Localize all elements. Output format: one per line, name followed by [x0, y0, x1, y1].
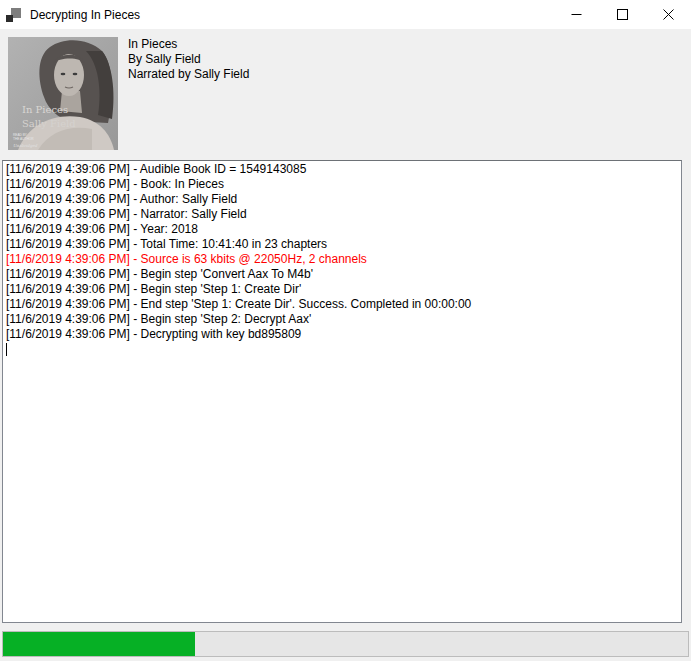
progress-bar — [2, 631, 689, 657]
book-info: In Pieces By Sally Field Narrated by Sal… — [128, 37, 249, 82]
log-line: [11/6/2019 4:39:06 PM] - Book: In Pieces — [6, 177, 678, 192]
book-narrator-label: Narrated by Sally Field — [128, 67, 249, 82]
book-title-label: In Pieces — [128, 37, 249, 52]
window-title: Decrypting In Pieces — [30, 8, 140, 22]
log-area[interactable]: [11/6/2019 4:39:06 PM] - Audible Book ID… — [2, 160, 682, 623]
app-icon — [4, 6, 22, 24]
text-caret — [6, 343, 7, 356]
log-line: [11/6/2019 4:39:06 PM] - Audible Book ID… — [6, 162, 678, 177]
minimize-icon — [571, 9, 582, 20]
log-line: [11/6/2019 4:39:06 PM] - Year: 2018 — [6, 222, 678, 237]
log-line: [11/6/2019 4:39:06 PM] - Narrator: Sally… — [6, 207, 678, 222]
cover-readby-text-2: THE AUTHOR — [13, 137, 34, 141]
close-button[interactable] — [645, 0, 691, 29]
progress-fill — [3, 632, 195, 656]
maximize-button[interactable] — [599, 0, 645, 29]
cover-unabridged-text: Unabridged — [13, 143, 38, 148]
caption-buttons — [553, 0, 691, 29]
log-line: [11/6/2019 4:39:06 PM] - Begin step 'Ste… — [6, 312, 678, 327]
log-line: [11/6/2019 4:39:06 PM] - Begin step 'Ste… — [6, 282, 678, 297]
log-line: [11/6/2019 4:39:06 PM] - Decrypting with… — [6, 327, 678, 342]
title-bar[interactable]: Decrypting In Pieces — [0, 0, 691, 29]
cover-title-text: In Pieces — [22, 104, 68, 115]
book-author-label: By Sally Field — [128, 52, 249, 67]
book-cover-image: In Pieces Sally Field READ BY THE AUTHOR… — [8, 37, 118, 150]
close-icon — [663, 9, 674, 20]
cover-author-text: Sally Field — [22, 118, 76, 129]
log-line: [11/6/2019 4:39:06 PM] - Total Time: 10:… — [6, 237, 678, 252]
maximize-icon — [617, 9, 628, 20]
app-window: Decrypting In Pieces — [0, 0, 691, 661]
log-line: [11/6/2019 4:39:06 PM] - End step 'Step … — [6, 297, 678, 312]
log-line: [11/6/2019 4:39:06 PM] - Begin step 'Con… — [6, 267, 678, 282]
minimize-button[interactable] — [553, 0, 599, 29]
log-line: [11/6/2019 4:39:06 PM] - Author: Sally F… — [6, 192, 678, 207]
log-line: [11/6/2019 4:39:06 PM] - Source is 63 kb… — [6, 252, 678, 267]
